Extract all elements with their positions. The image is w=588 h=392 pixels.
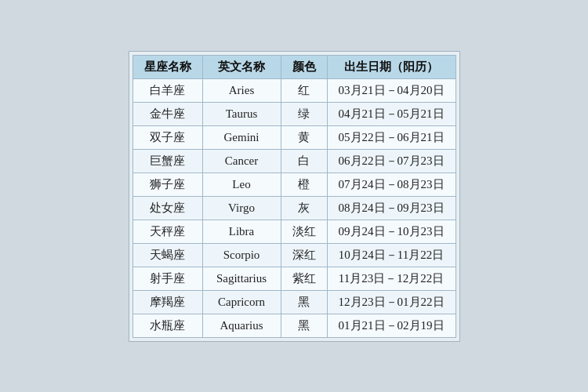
cell-date: 05月22日－06月21日	[327, 125, 456, 149]
cell-chinese-name: 水瓶座	[132, 314, 202, 337]
cell-color: 黄	[281, 125, 327, 149]
cell-color: 白	[281, 149, 327, 172]
cell-chinese-name: 双子座	[132, 125, 202, 149]
cell-english-name: Leo	[202, 172, 281, 196]
cell-date: 06月22日－07月23日	[327, 149, 456, 172]
cell-english-name: Scorpio	[202, 243, 281, 267]
table-row: 摩羯座Capricorn黑12月23日－01月22日	[132, 290, 456, 314]
cell-chinese-name: 天秤座	[132, 220, 202, 243]
table-row: 水瓶座Aquarius黑01月21日－02月19日	[132, 314, 456, 337]
cell-english-name: Capricorn	[202, 290, 281, 314]
cell-english-name: Virgo	[202, 196, 281, 220]
cell-date: 03月21日－04月20日	[327, 78, 456, 102]
cell-date: 01月21日－02月19日	[327, 314, 456, 337]
header-english-name: 英文名称	[202, 55, 281, 78]
table-row: 金牛座Taurus绿04月21日－05月21日	[132, 102, 456, 125]
cell-english-name: Aries	[202, 78, 281, 102]
cell-english-name: Sagittarius	[202, 267, 281, 290]
cell-chinese-name: 天蝎座	[132, 243, 202, 267]
cell-chinese-name: 处女座	[132, 196, 202, 220]
header-color: 颜色	[281, 55, 327, 78]
cell-chinese-name: 狮子座	[132, 172, 202, 196]
table-row: 狮子座Leo橙07月24日－08月23日	[132, 172, 456, 196]
cell-color: 红	[281, 78, 327, 102]
cell-chinese-name: 摩羯座	[132, 290, 202, 314]
cell-date: 10月24日－11月22日	[327, 243, 456, 267]
cell-color: 深红	[281, 243, 327, 267]
cell-english-name: Gemini	[202, 125, 281, 149]
cell-date: 04月21日－05月21日	[327, 102, 456, 125]
table-row: 天蝎座Scorpio深红10月24日－11月22日	[132, 243, 456, 267]
cell-date: 11月23日－12月22日	[327, 267, 456, 290]
cell-chinese-name: 白羊座	[132, 78, 202, 102]
header-date: 出生日期（阳历）	[327, 55, 456, 78]
cell-chinese-name: 金牛座	[132, 102, 202, 125]
table-row: 巨蟹座Cancer白06月22日－07月23日	[132, 149, 456, 172]
table-row: 白羊座Aries红03月21日－04月20日	[132, 78, 456, 102]
table-row: 处女座Virgo灰08月24日－09月23日	[132, 196, 456, 220]
cell-date: 08月24日－09月23日	[327, 196, 456, 220]
table-row: 双子座Gemini黄05月22日－06月21日	[132, 125, 456, 149]
cell-color: 灰	[281, 196, 327, 220]
cell-date: 12月23日－01月22日	[327, 290, 456, 314]
cell-english-name: Taurus	[202, 102, 281, 125]
cell-color: 黑	[281, 290, 327, 314]
cell-english-name: Libra	[202, 220, 281, 243]
header-chinese-name: 星座名称	[132, 55, 202, 78]
cell-color: 橙	[281, 172, 327, 196]
cell-date: 07月24日－08月23日	[327, 172, 456, 196]
cell-chinese-name: 射手座	[132, 267, 202, 290]
table-row: 天秤座Libra淡红09月24日－10月23日	[132, 220, 456, 243]
table-row: 射手座Sagittarius紫红11月23日－12月22日	[132, 267, 456, 290]
cell-date: 09月24日－10月23日	[327, 220, 456, 243]
table-header-row: 星座名称 英文名称 颜色 出生日期（阳历）	[132, 55, 456, 78]
cell-color: 绿	[281, 102, 327, 125]
zodiac-table-container: 星座名称 英文名称 颜色 出生日期（阳历） 白羊座Aries红03月21日－04…	[129, 51, 460, 342]
cell-color: 淡红	[281, 220, 327, 243]
cell-color: 黑	[281, 314, 327, 337]
cell-chinese-name: 巨蟹座	[132, 149, 202, 172]
zodiac-table: 星座名称 英文名称 颜色 出生日期（阳历） 白羊座Aries红03月21日－04…	[132, 55, 456, 338]
cell-english-name: Aquarius	[202, 314, 281, 337]
cell-color: 紫红	[281, 267, 327, 290]
cell-english-name: Cancer	[202, 149, 281, 172]
